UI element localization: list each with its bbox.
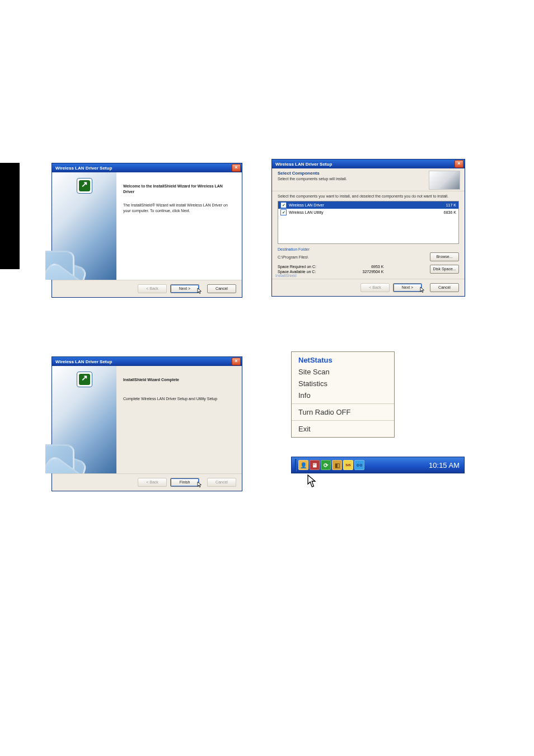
window-title: Wireless LAN Driver Setup — [55, 166, 112, 171]
title-bar[interactable]: Wireless LAN Driver Setup × — [271, 159, 465, 168]
installer-complete-dialog: Wireless LAN Driver Setup × InstallShiel… — [51, 356, 242, 491]
cancel-button: Cancel — [207, 478, 236, 487]
disk-space-button[interactable]: Disk Space... — [430, 265, 459, 274]
installshield-logo-icon — [77, 372, 92, 387]
finish-button[interactable]: Finish — [170, 478, 199, 487]
back-button: < Back — [360, 283, 390, 292]
wizard-sidebar-image — [52, 172, 116, 280]
next-button[interactable]: Next > — [170, 284, 199, 293]
space-available-label: Space Available on C: — [278, 270, 316, 274]
space-available-value: 32729504 K — [363, 270, 384, 274]
back-button: < Back — [138, 478, 167, 487]
browse-button[interactable]: Browse... — [430, 252, 459, 261]
display-icon[interactable]: 🖥 — [310, 460, 320, 470]
close-icon[interactable]: × — [455, 160, 463, 168]
component-size: 6836 K — [444, 210, 456, 214]
menu-item-turn-radio-off[interactable]: Turn Radio OFF — [292, 406, 394, 418]
space-required-label: Space Required on C: — [278, 265, 316, 269]
wizard-heading: Welcome to the InstallShield Wizard for … — [123, 184, 235, 195]
menu-item-exit[interactable]: Exit — [292, 423, 394, 435]
component-item[interactable]: Wireless LAN Utility 6836 K — [278, 209, 458, 216]
wizard-heading: InstallShield Wizard Complete — [123, 377, 235, 383]
component-listbox[interactable]: Wireless LAN Driver 117 K Wireless LAN U… — [278, 201, 459, 244]
checkbox-icon[interactable] — [280, 209, 287, 215]
components-subheading: Select the components setup will install… — [278, 177, 347, 181]
components-description: Select the components you want to instal… — [272, 191, 465, 201]
menu-item-sitescan[interactable]: Site Scan — [292, 366, 394, 378]
header-graphic — [429, 171, 460, 190]
cursor-icon — [197, 481, 204, 488]
window-title: Wireless LAN Driver Setup — [55, 359, 112, 364]
destination-folder-label: Destination Folder — [278, 247, 459, 251]
cursor-icon — [307, 474, 319, 489]
clock: 10:15 AM — [429, 461, 460, 469]
menu-item-statistics[interactable]: Statistics — [292, 378, 394, 389]
taskbar-tray: 👤🖥⟳◧SiS((•)) 10:15 AM — [291, 457, 465, 473]
menu-item-info[interactable]: Info — [292, 389, 394, 401]
wireless-icon[interactable]: ((•)) — [354, 460, 364, 470]
wizard-body: The InstallShield® Wizard will install W… — [123, 203, 235, 214]
installer-components-dialog: Wireless LAN Driver Setup × Select Compo… — [271, 159, 465, 297]
cursor-icon — [420, 287, 427, 293]
cancel-button[interactable]: Cancel — [430, 283, 459, 292]
side-tab — [0, 163, 20, 269]
user-icon[interactable]: 👤 — [298, 460, 308, 470]
components-heading: Select Components — [278, 171, 347, 176]
title-bar[interactable]: Wireless LAN Driver Setup × — [51, 356, 242, 366]
wizard-content: Welcome to the InstallShield Wizard for … — [116, 172, 242, 280]
next-button[interactable]: Next > — [393, 283, 422, 292]
component-item[interactable]: Wireless LAN Driver 117 K — [278, 201, 458, 209]
title-bar[interactable]: Wireless LAN Driver Setup × — [51, 163, 242, 172]
menu-separator — [292, 403, 394, 404]
installer-welcome-dialog: Wireless LAN Driver Setup × Welcome to t… — [51, 163, 242, 297]
component-name: Wireless LAN Utility — [289, 210, 323, 214]
close-icon[interactable]: × — [232, 358, 241, 365]
menu-item-netstatus[interactable]: NetStatus — [292, 354, 394, 366]
wizard-sidebar-image — [52, 366, 116, 473]
installshield-brand: InstallShield — [272, 274, 465, 279]
back-button: < Back — [138, 284, 167, 293]
window-title: Wireless LAN Driver Setup — [275, 162, 332, 167]
wizard-content: InstallShield Wizard Complete Complete W… — [116, 366, 242, 473]
card-icon[interactable]: ◧ — [332, 460, 342, 470]
sis-icon[interactable]: SiS — [343, 460, 353, 470]
cancel-button[interactable]: Cancel — [207, 284, 236, 293]
installshield-logo-icon — [77, 178, 92, 194]
checkbox-icon[interactable] — [280, 202, 287, 208]
cursor-icon — [197, 288, 204, 294]
component-size: 117 K — [446, 203, 456, 207]
component-name: Wireless LAN Driver — [289, 203, 324, 207]
tray-context-menu: NetStatus Site Scan Statistics Info Turn… — [291, 351, 395, 438]
tray-divider — [295, 459, 297, 471]
space-required-value: 6953 K — [363, 265, 384, 269]
destination-path: C:\Program Files\ — [278, 255, 308, 259]
wizard-body: Complete Wireless LAN Driver Setup and U… — [123, 396, 235, 402]
refresh-icon[interactable]: ⟳ — [321, 460, 331, 470]
close-icon[interactable]: × — [232, 164, 241, 172]
menu-separator — [292, 420, 394, 421]
